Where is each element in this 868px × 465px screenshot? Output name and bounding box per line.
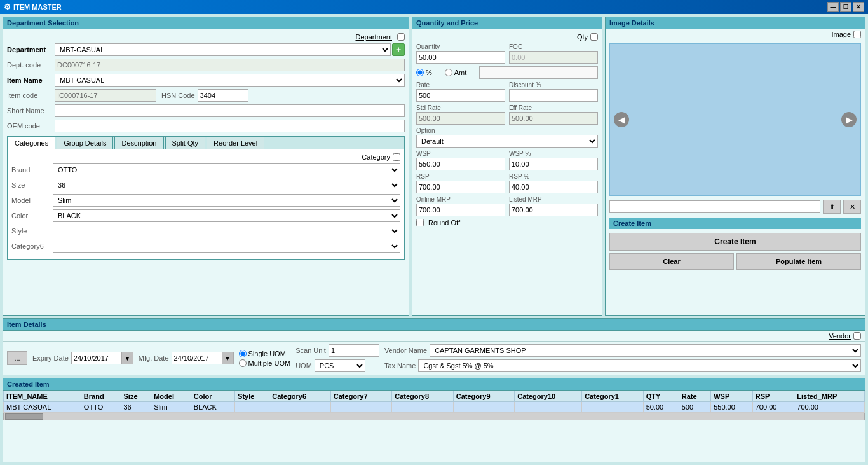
discount-field: Discount %	[509, 81, 598, 102]
item-code-input[interactable]	[55, 89, 156, 102]
expiry-calendar-button[interactable]: ▼	[122, 352, 133, 364]
tab-description[interactable]: Description	[114, 137, 163, 149]
clear-button[interactable]: Clear	[609, 253, 734, 270]
tab-reorder-level[interactable]: Reorder Level	[207, 137, 264, 149]
category6-select[interactable]	[53, 240, 400, 253]
vendor-checkbox[interactable]	[853, 332, 861, 340]
wsp-percent-field: WSP %	[509, 150, 598, 170]
prev-image-button[interactable]: ◀	[614, 112, 629, 127]
expiry-date-input[interactable]	[71, 352, 122, 364]
tax-name-select[interactable]: Cgst & Sgst 5% @ 5%	[418, 359, 861, 372]
style-select[interactable]	[53, 225, 400, 237]
single-uom-radio[interactable]	[239, 350, 247, 357]
percent-radio[interactable]	[416, 69, 424, 76]
quantity-field: Quantity	[416, 43, 505, 64]
std-rate-input[interactable]	[416, 112, 505, 125]
create-item-button[interactable]: Create Item	[609, 233, 861, 251]
item-name-row: Item Name MBT-CASUAL	[7, 74, 405, 87]
qty-panel-header: Quantity and Price	[412, 17, 602, 29]
uom-select[interactable]: PCS	[315, 359, 365, 372]
department-select[interactable]: MBT-CASUAL	[55, 43, 391, 56]
close-button[interactable]: ✕	[853, 2, 864, 12]
department-checkbox[interactable]	[397, 33, 405, 41]
scan-unit-input[interactable]	[329, 344, 379, 357]
rsp-percent-label: RSP %	[509, 173, 598, 180]
image-upload-row: ⬆ ✕	[609, 200, 861, 214]
hsn-code-input[interactable]	[198, 89, 248, 102]
cell-model: Slim	[151, 402, 191, 413]
brand-select[interactable]: OTTO	[53, 163, 400, 176]
amt-radio[interactable]	[445, 69, 452, 76]
mfg-date-container: ▼	[172, 352, 234, 364]
listed-mrp-input[interactable]	[509, 204, 598, 216]
listed-mrp-label: Listed MRP	[509, 196, 598, 203]
category6-label: Category6	[11, 242, 53, 250]
wsp-field: WSP	[416, 150, 505, 170]
amt-radio-label[interactable]: Amt	[445, 69, 467, 76]
online-mrp-input[interactable]	[416, 204, 505, 216]
wsp-input[interactable]	[416, 158, 505, 170]
category-checkbox[interactable]	[393, 153, 400, 161]
qty-panel-body: Qty Quantity FOC	[412, 29, 602, 230]
upload-image-button[interactable]: ⬆	[823, 200, 841, 214]
vendor-name-label: Vendor Name	[384, 347, 427, 354]
image-checkbox[interactable]	[853, 31, 861, 38]
created-item-table-container[interactable]: ITEM_NAME Brand Size Model Color Style C…	[3, 391, 865, 413]
table-row[interactable]: MBT-CASUALOTTO36SlimBLACK50.00500550.007…	[4, 402, 865, 413]
tab-split-qty[interactable]: Split Qty	[165, 137, 206, 149]
next-image-button[interactable]: ▶	[841, 112, 857, 127]
populate-item-button[interactable]: Populate Item	[736, 253, 861, 270]
dept-code-input[interactable]	[55, 59, 405, 71]
col-size: Size	[121, 391, 151, 402]
mfg-date-input[interactable]	[172, 352, 222, 364]
discount-label: Discount %	[509, 81, 598, 88]
tab-categories[interactable]: Categories	[8, 137, 55, 149]
foc-label: FOC	[509, 43, 598, 50]
foc-input[interactable]	[509, 51, 598, 64]
oem-code-input[interactable]	[55, 120, 405, 132]
main-content: Department Selection Department Departme…	[0, 14, 868, 465]
vendor-name-select[interactable]: CAPTAN GARMENTS SHOP	[430, 344, 861, 357]
model-select[interactable]: Slim	[53, 194, 400, 207]
percent-radio-label[interactable]: %	[416, 69, 432, 76]
multiple-uom-radio[interactable]	[239, 359, 247, 367]
size-label: Size	[11, 181, 53, 189]
item-name-select[interactable]: MBT-CASUAL	[55, 74, 405, 87]
rate-input[interactable]	[416, 89, 505, 102]
eff-rate-field: Eff Rate	[509, 104, 598, 125]
wsp-percent-input[interactable]	[509, 158, 598, 170]
single-uom-label[interactable]: Single UOM	[239, 350, 291, 357]
image-path-input[interactable]	[609, 200, 820, 213]
clear-image-icon: ✕	[850, 203, 855, 211]
add-department-button[interactable]: +	[392, 43, 405, 56]
item-details-panel: Item Details Vendor ... Expiry Date ▼	[3, 318, 865, 375]
rsp-input[interactable]	[416, 181, 505, 193]
short-name-input[interactable]	[55, 104, 405, 117]
eff-rate-input[interactable]	[509, 112, 598, 125]
quantity-input[interactable]	[416, 51, 505, 64]
mfg-calendar-button[interactable]: ▼	[222, 352, 234, 364]
multiple-uom-label[interactable]: Multiple UOM	[239, 359, 291, 367]
round-off-checkbox[interactable]	[416, 219, 424, 226]
option-select[interactable]: Default	[416, 135, 598, 148]
cell-listed_mrp: 700.00	[794, 402, 865, 413]
mrp-row: Online MRP Listed MRP	[416, 196, 598, 216]
clear-image-button[interactable]: ✕	[843, 200, 861, 214]
size-select[interactable]: 36	[53, 179, 400, 191]
color-select[interactable]: BLACK	[53, 209, 400, 222]
rate-label: Rate	[416, 81, 505, 88]
discount-input[interactable]	[509, 89, 598, 102]
image-checkbox-label: Image	[831, 31, 851, 38]
tab-group-details[interactable]: Group Details	[57, 137, 113, 149]
horizontal-scrollbar[interactable]	[3, 413, 865, 420]
scrollbar-thumb[interactable]	[5, 413, 43, 420]
restore-button[interactable]: ❐	[840, 2, 851, 12]
dots-button[interactable]: ...	[7, 351, 27, 365]
minimize-button[interactable]: —	[827, 2, 839, 12]
rsp-percent-input[interactable]	[509, 181, 598, 193]
amt-input[interactable]	[479, 66, 598, 79]
size-row: Size 36	[11, 179, 400, 191]
qty-checkbox[interactable]	[590, 33, 598, 41]
img-panel-header: Image Details	[606, 17, 865, 29]
created-item-panel: Created Item ITEM_NAME Brand Size Model …	[3, 378, 865, 462]
